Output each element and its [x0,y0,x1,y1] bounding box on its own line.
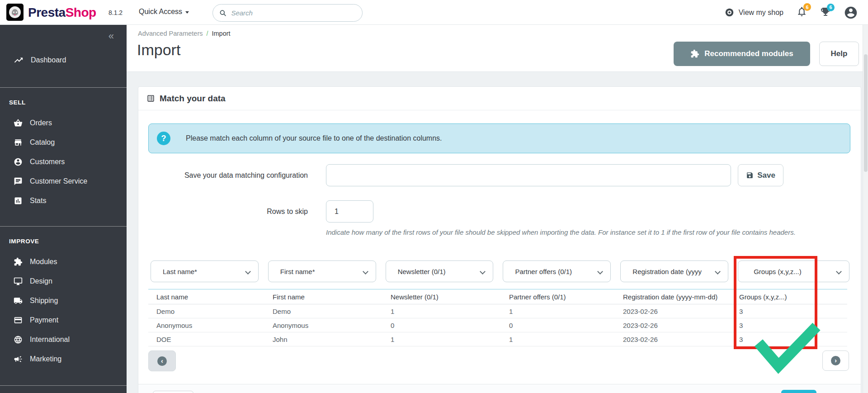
sidebar-item-label: Customers [30,158,65,166]
table-header-cell: Last name [148,289,264,304]
notifications-button[interactable]: 6 [796,6,807,19]
sidebar-section-sell: SELL [0,99,127,107]
sidebar-collapse-button[interactable]: « [108,31,114,41]
sidebar: « Dashboard SELL Orders Catalog Customer… [0,25,127,393]
breadcrumb-parent[interactable]: Advanced Parameters [138,30,203,37]
sidebar-divider [0,87,127,88]
table-cell: 0 [501,318,615,332]
chevron-down-icon [363,269,368,275]
eye-icon [725,8,734,17]
sidebar-item-stats[interactable]: Stats [0,191,127,210]
globe-icon [14,335,23,344]
help-button[interactable]: Help [819,42,859,66]
rows-to-skip-input[interactable] [326,200,373,223]
view-my-shop-link[interactable]: View my shop [725,8,783,17]
table-header-cell: Newsletter (0/1) [382,289,501,304]
footer-secondary-button[interactable] [153,391,193,393]
shopping-basket-icon [14,118,23,128]
bar-chart-icon [14,196,23,205]
monitor-icon [14,277,23,286]
scrollbar-track[interactable] [863,25,868,393]
quick-access-dropdown[interactable]: Quick Access [139,8,189,16]
sidebar-item-customer-service[interactable]: Customer Service [0,171,127,191]
sidebar-item-international[interactable]: International [0,330,127,349]
table-cell: 3 [731,318,847,332]
panel-title: Match your data [160,94,226,104]
config-label: Save your data matching configuration [138,164,308,186]
sidebar-item-label: Marketing [30,355,61,363]
search-icon [219,9,226,17]
achievements-button[interactable]: 6 [820,6,831,19]
sidebar-item-shipping[interactable]: Shipping [0,291,127,310]
column-select-registration-date[interactable]: Registration date (yyyy [620,260,728,282]
person-circle-icon [14,157,23,166]
page-header: Advanced Parameters / Import Import Reco… [127,25,868,72]
sidebar-item-label: Payment [30,316,58,324]
column-select-partner-offers[interactable]: Partner offers (0/1) [503,260,611,282]
chevron-right-circle-icon: › [831,356,840,365]
column-select-first-name[interactable]: First name* [268,260,376,282]
info-alert-text: Please match each column of your source … [186,134,442,142]
next-page-button[interactable]: › [822,350,849,371]
sidebar-item-customers[interactable]: Customers [0,152,127,171]
table-cell: 1 [501,332,615,346]
column-select-last-name[interactable]: Last name* [151,260,259,282]
sidebar-item-payment[interactable]: Payment [0,310,127,330]
sidebar-item-label: International [30,336,70,344]
chevron-down-icon [597,269,603,275]
scrollbar-thumb[interactable] [864,54,868,172]
puzzle-icon [690,49,699,58]
breadcrumb-separator: / [206,30,208,37]
chevron-down-icon [836,269,842,275]
match-your-data-panel: Match your data ? Please match each colu… [138,86,861,393]
topbar-right-cluster: View my shop 6 6 [725,0,858,25]
megaphone-icon [14,355,23,364]
sidebar-item-dashboard[interactable]: Dashboard [0,50,127,70]
config-name-input[interactable] [326,164,731,186]
table-cell: 2023-02-26 [615,332,731,346]
prestashop-logo[interactable] [6,4,24,21]
table-cell: 3 [731,304,847,318]
table-header-cell: Partner offers (0/1) [501,289,615,304]
table-row: Demo Demo 1 1 2023-02-26 3 [148,304,847,318]
sidebar-divider [0,226,127,227]
sidebar-item-catalog[interactable]: Catalog [0,133,127,152]
info-alert: ? Please match each column of your sourc… [148,123,850,153]
sidebar-divider [0,385,127,386]
footer-primary-button[interactable] [781,390,816,393]
table-cell: 2023-02-26 [615,304,731,318]
table-cell: 3 [731,332,847,346]
page-title: Import [137,41,180,59]
table-cell: John [264,332,382,346]
sidebar-item-label: Dashboard [31,56,66,64]
save-button[interactable]: Save [738,164,783,186]
chevron-down-icon [480,269,486,275]
sidebar-item-marketing[interactable]: Marketing [0,349,127,369]
column-select-newsletter[interactable]: Newsletter (0/1) [386,260,494,282]
column-matching-row: Last name* First name* Newsletter (0/1) … [151,260,849,282]
chevron-left-circle-icon: ‹ [157,356,167,366]
breadcrumb: Advanced Parameters / Import [138,30,231,37]
search-input[interactable] [231,9,356,17]
brand-shop: Shop [66,5,96,19]
rows-to-skip-label: Rows to skip [138,200,308,223]
recommended-modules-button[interactable]: Recommended modules [674,42,810,66]
achievements-badge: 6 [827,4,835,11]
sidebar-item-design[interactable]: Design [0,271,127,291]
search-bar[interactable] [212,4,363,22]
rows-to-skip-help: Indicate how many of the first rows of y… [326,228,796,236]
previous-page-button[interactable]: ‹ [148,350,176,371]
sidebar-item-label: Customer Service [30,177,87,185]
table-cell: Demo [148,304,264,318]
column-select-groups[interactable]: Groups (x,y,z...) [738,260,849,282]
floppy-disk-icon [746,171,754,179]
brand-presta: Presta [28,5,66,19]
sidebar-item-modules[interactable]: Modules [0,252,127,271]
question-icon: ? [157,132,170,145]
panel-footer [138,384,861,393]
sidebar-item-orders[interactable]: Orders [0,113,127,133]
avatar-icon[interactable] [844,5,858,20]
credit-card-icon [14,316,23,325]
table-cell: Anonymous [148,318,264,332]
table-header-row: Last name First name Newsletter (0/1) Pa… [148,289,847,304]
